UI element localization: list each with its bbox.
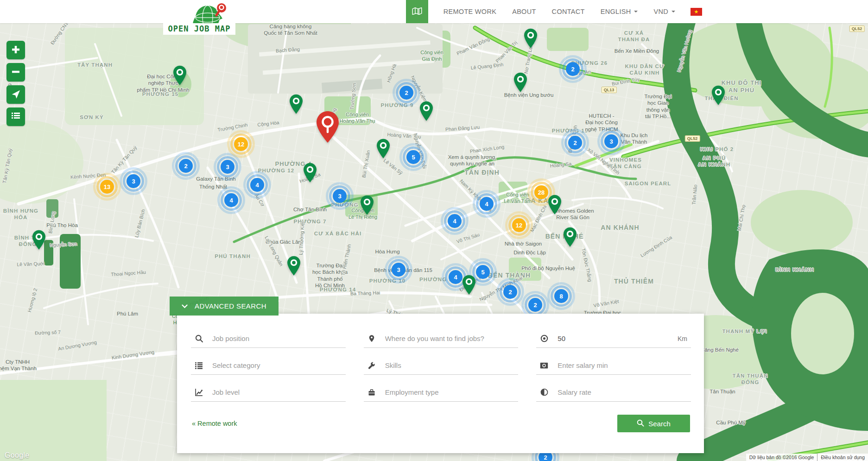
map-cluster-marker[interactable]: 3 [221,160,234,174]
map-cluster-marker[interactable]: 13 [100,180,114,194]
job-position-input[interactable] [211,334,344,343]
job-location-input[interactable] [384,334,517,343]
map-job-pin[interactable] [376,139,390,161]
radius-unit-label: Km [678,335,689,342]
map-job-pin[interactable] [513,72,527,95]
map-job-pin[interactable] [419,101,433,123]
map-cluster-marker[interactable]: 5 [476,265,490,279]
map-job-pin[interactable] [524,28,538,51]
language-label: ENGLISH [601,8,631,15]
employment-type-field[interactable] [364,385,519,402]
map-job-pin[interactable] [303,163,317,185]
zoom-out-button[interactable] [6,63,25,82]
map-cluster-marker[interactable]: 4 [224,193,238,207]
map-cluster-marker[interactable]: 3 [604,134,618,148]
vietnam-flag-icon[interactable] [691,8,702,16]
open-job-map-page: TÂY THẠNHSƠN KỲPHƯỜNG 15BÌNH HƯNG HÒABÌN… [0,0,868,461]
job-location-field[interactable] [364,331,519,348]
map-job-pin[interactable] [287,256,301,278]
map-cluster-marker[interactable]: 4 [250,178,264,192]
map-cluster-marker[interactable]: 3 [333,189,347,203]
map-cluster-marker[interactable]: 12 [512,218,526,232]
language-dropdown[interactable]: ENGLISH [593,0,646,23]
job-level-field[interactable] [191,385,346,402]
map-cluster-marker[interactable]: 8 [554,289,568,303]
nav-item-contact[interactable]: CONTACT [544,0,593,23]
skills-field[interactable] [364,358,519,375]
navigation-arrow-icon [10,88,21,101]
category-input[interactable] [211,361,344,370]
logo[interactable]: OPEN JOB MAP [163,2,235,35]
map-job-pin[interactable] [711,85,725,107]
minus-icon [11,67,21,78]
salary-min-field[interactable] [536,358,691,375]
map-job-pin[interactable] [173,65,187,88]
map-cluster-marker[interactable]: 12 [234,137,248,151]
salary-rate-input[interactable] [557,388,689,397]
map-tab-button[interactable] [406,0,428,23]
google-watermark[interactable]: Google [5,451,29,460]
map-job-pin[interactable] [548,195,562,217]
job-level-chart-icon [195,388,203,397]
locate-me-button[interactable] [6,85,25,104]
job-level-input[interactable] [211,388,344,397]
nav-item-remote-work[interactable]: REMOTE WORK [436,0,504,23]
caret-down-icon [672,11,675,13]
search-row-1: Km [191,331,691,348]
map-cluster-marker[interactable]: 2 [179,159,193,173]
terms-of-use-link[interactable]: Điều khoản sử dụng [817,454,868,461]
map-cluster-marker[interactable]: 2 [568,136,582,150]
remote-work-link[interactable]: « Remote work [192,420,237,427]
map-cluster-marker[interactable]: 2 [528,298,542,312]
advanced-search-toggle[interactable]: ADVANCED SEARCH [170,297,279,316]
map-main-pin[interactable] [316,111,339,145]
radius-icon [540,335,548,343]
salary-rate-contrast-icon [540,388,548,397]
advanced-search-panel: Km [177,314,704,453]
search-icon [637,419,644,428]
map-cluster-marker[interactable]: 2 [503,285,517,299]
map-job-pin[interactable] [462,275,476,297]
skills-input[interactable] [384,361,517,370]
map-cluster-marker[interactable]: 5 [406,150,420,164]
radius-field[interactable]: Km [536,331,691,348]
nav-item-label: ABOUT [512,8,536,15]
map-controls [6,41,25,126]
search-icon [195,335,203,343]
map-cluster-marker[interactable]: 3 [127,174,140,188]
map-job-pin[interactable] [289,94,303,116]
salary-rate-field[interactable] [536,385,691,402]
skills-wrench-icon [367,361,376,370]
map-cluster-marker[interactable]: 2 [399,86,413,100]
panel-footer: « Remote work Search [191,415,691,432]
search-button[interactable]: Search [617,415,690,432]
map-job-pin[interactable] [360,195,374,217]
map-cluster-marker[interactable]: 4 [480,197,494,211]
advanced-search-title: ADVANCED SEARCH [195,302,266,310]
salary-min-input[interactable] [557,361,689,370]
list-icon [11,111,21,123]
category-list-icon [195,361,203,370]
currency-dropdown[interactable]: VND [646,0,683,23]
nav-item-label: CONTACT [552,8,585,15]
employment-type-input[interactable] [384,388,517,397]
search-row-2 [191,358,691,375]
map-cluster-marker[interactable]: 4 [448,214,462,228]
radius-input[interactable] [557,334,669,343]
map-cluster-marker[interactable]: 2 [566,62,580,76]
top-navbar: REMOTE WORK ABOUT CONTACT ENGLISH VND [0,0,868,23]
category-field[interactable] [191,358,346,375]
map-job-pin[interactable] [32,230,46,252]
map-job-pin[interactable] [563,227,577,249]
zoom-in-button[interactable] [6,41,25,59]
attribution-data: Dữ liệu bản đồ ©2016 Google [746,454,817,461]
results-list-button[interactable] [6,107,25,126]
search-row-3 [191,385,691,402]
map-cluster-marker[interactable]: 28 [534,185,548,199]
map-cluster-marker[interactable]: 3 [392,263,405,277]
nav-item-about[interactable]: ABOUT [504,0,544,23]
job-position-field[interactable] [191,331,346,348]
caret-down-icon [634,11,638,13]
map-cluster-marker[interactable]: 4 [449,270,463,284]
employment-briefcase-icon [367,388,376,397]
